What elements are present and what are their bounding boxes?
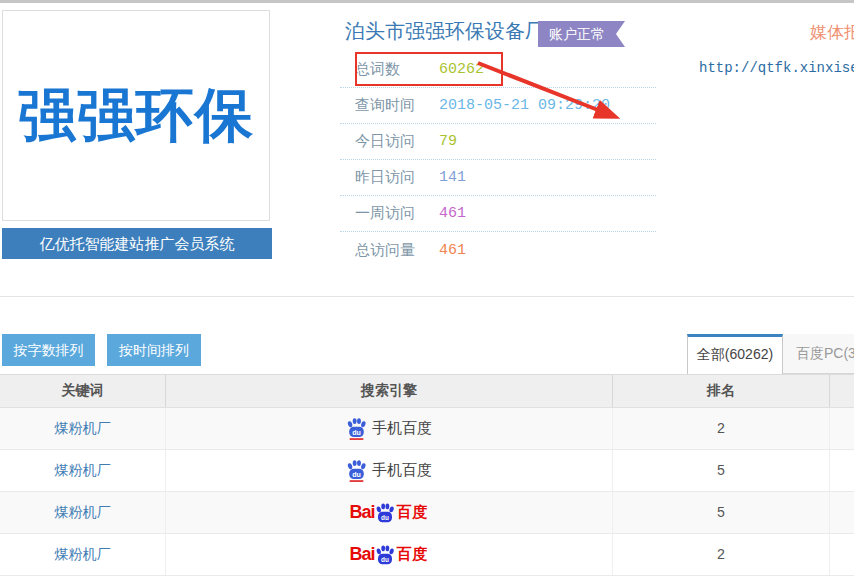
svg-text:du: du (352, 428, 361, 435)
header-search-engine: 搜索引擎 (166, 375, 613, 407)
baidu-logo-cn: 百度 (397, 545, 429, 564)
engine-name: 手机百度 (372, 461, 432, 480)
engine-cell: du 百度 Bai du 百度 (166, 534, 613, 575)
keyword-link[interactable]: 煤粉机厂 (55, 546, 111, 564)
header-rank: 排名 (613, 375, 830, 407)
baidu-pc-icon: du (375, 545, 395, 565)
keyword-ranking-table: 关键词 搜索引擎 排名 煤粉机厂 du 手机百度 Bai (0, 374, 854, 576)
stat-label: 昨日访问 (355, 168, 425, 187)
table-row: 煤粉机厂 du 百度 Bai (0, 492, 854, 534)
svg-text:du: du (381, 555, 389, 562)
table-row: 煤粉机厂 du 手机百度 Bai (0, 450, 854, 492)
stat-label: 查询时间 (355, 96, 425, 115)
sort-by-words-button[interactable]: 按字数排列 (2, 334, 95, 366)
stat-row-total-words: 总词数 60262 (340, 52, 656, 88)
table-header-row: 关键词 搜索引擎 排名 (0, 374, 854, 408)
stat-row-week-visits: 一周访问 461 (340, 196, 656, 232)
stat-value: 461 (439, 205, 466, 222)
rank-value: 2 (717, 547, 725, 563)
logo-text: 强强环保 (18, 77, 254, 155)
account-status-badge: 账户正常 (538, 21, 625, 47)
stat-value: 141 (439, 169, 466, 186)
baidu-mobile-icon: du (346, 460, 367, 482)
stat-row-yesterday-visits: 昨日访问 141 (340, 160, 656, 196)
tab-all[interactable]: 全部(60262) (687, 334, 783, 374)
baidu-mobile-icon: du (346, 418, 367, 440)
rank-value: 5 (717, 505, 725, 521)
engine-cell: du 百度 Bai du 百度 (166, 492, 613, 533)
engine-cell: du 手机百度 Bai du 手机百度 (166, 450, 613, 491)
account-stats-list: 总词数 60262 查询时间 2018-05-21 09:29:20 今日访问 … (340, 52, 656, 268)
baidu-logo-cn: 百度 (397, 503, 429, 522)
stat-value: 2018-05-21 09:29:20 (439, 97, 610, 114)
baidu-pc-icon: du (375, 503, 395, 523)
stat-label: 总访问量 (355, 241, 425, 260)
system-banner: 亿优托智能建站推广会员系统 (2, 228, 272, 259)
company-logo: 强强环保 (2, 10, 270, 221)
stat-label: 总词数 (355, 60, 425, 79)
engine-filter-tabs: 全部(60262) 百度PC(30 (687, 334, 854, 374)
svg-text:du: du (352, 470, 361, 477)
header-extra (830, 375, 854, 407)
stat-label: 今日访问 (355, 132, 425, 151)
site-url-link[interactable]: http://qtfk.xinxisea. (699, 60, 854, 76)
stat-value: 461 (439, 242, 466, 259)
svg-text:du: du (381, 513, 389, 520)
keyword-link[interactable]: 煤粉机厂 (55, 504, 111, 522)
header-keyword: 关键词 (0, 375, 166, 407)
stat-label: 一周访问 (355, 204, 425, 223)
rank-value: 5 (717, 463, 725, 479)
stat-row-today-visits: 今日访问 79 (340, 124, 656, 160)
sort-by-time-button[interactable]: 按时间排列 (107, 334, 201, 366)
keyword-link[interactable]: 煤粉机厂 (55, 462, 111, 480)
baidu-logo-latin: Bai (349, 544, 374, 565)
table-row: 煤粉机厂 du 百度 Bai (0, 534, 854, 576)
engine-cell: du 手机百度 Bai du 手机百度 (166, 408, 613, 449)
rank-value: 2 (717, 421, 725, 437)
tab-baidu-pc[interactable]: 百度PC(30 (783, 334, 854, 374)
page-top-border (0, 0, 854, 3)
section-divider (0, 296, 854, 297)
engine-name: 手机百度 (372, 419, 432, 438)
stat-row-total-visits: 总访问量 461 (340, 232, 656, 268)
table-row: 煤粉机厂 du 手机百度 Bai (0, 408, 854, 450)
baidu-logo-latin: Bai (349, 502, 374, 523)
keyword-link[interactable]: 煤粉机厂 (55, 420, 111, 438)
stat-value: 79 (439, 133, 457, 150)
media-section-heading: 媒体报 (810, 21, 854, 44)
stat-value: 60262 (439, 61, 484, 78)
page-title: 泊头市强强环保设备厂 (345, 18, 545, 45)
stat-row-query-time: 查询时间 2018-05-21 09:29:20 (340, 88, 656, 124)
